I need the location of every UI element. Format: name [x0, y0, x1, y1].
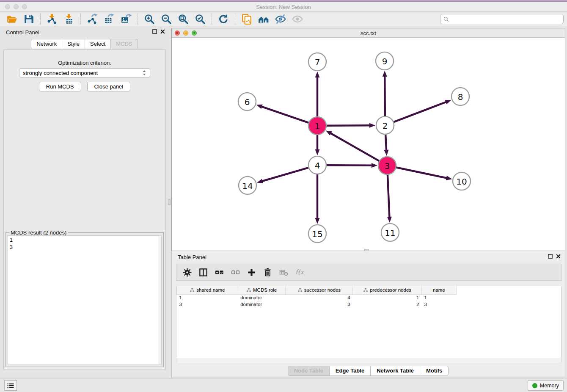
tab-motifs[interactable]: Motifs	[420, 366, 449, 376]
tab-network-table[interactable]: Network Table	[370, 366, 420, 376]
open-session-button[interactable]	[3, 13, 20, 25]
optimization-criterion-label: Optimization criterion:	[4, 60, 165, 66]
graph-node-4[interactable]: 4	[308, 156, 326, 174]
edge-4-3[interactable]	[327, 165, 372, 166]
edge-3-1[interactable]	[330, 133, 379, 161]
graph-node-14[interactable]: 14	[239, 177, 256, 194]
node-label-4: 4	[315, 160, 320, 171]
vertical-splitter-grip[interactable]	[168, 199, 171, 205]
graph-node-3[interactable]: 3	[378, 157, 396, 174]
table-cell[interactable]: 3	[422, 301, 457, 308]
select-all-button[interactable]	[212, 266, 226, 279]
tab-network[interactable]: Network	[31, 39, 62, 49]
edge-3-10[interactable]	[396, 168, 447, 178]
table-cell[interactable]: dominator	[238, 294, 285, 301]
table-row[interactable]: 3dominator323	[177, 301, 561, 308]
search-box[interactable]	[440, 14, 564, 24]
graph-node-7[interactable]: 7	[308, 53, 326, 71]
show-all-button[interactable]	[289, 13, 306, 25]
import-network-button[interactable]	[44, 13, 61, 25]
edge-arrow-3-10	[446, 176, 452, 180]
table-cell[interactable]: dominator	[238, 301, 285, 308]
hide-selected-button[interactable]	[272, 13, 289, 25]
delete-columns-button[interactable]	[260, 266, 275, 279]
graph-node-9[interactable]: 9	[376, 52, 394, 70]
zoom-out-button[interactable]	[158, 13, 175, 25]
table-cell[interactable]: 3	[177, 301, 238, 308]
tab-edge-table[interactable]: Edge Table	[329, 366, 371, 376]
create-column-button[interactable]	[244, 266, 259, 279]
close-table-panel-icon[interactable]	[556, 254, 561, 259]
graph-node-11[interactable]: 11	[381, 224, 399, 241]
column-header-name[interactable]: name	[422, 286, 457, 294]
edge-1-6[interactable]	[261, 106, 308, 122]
graph-node-15[interactable]: 15	[308, 225, 326, 243]
zoom-fit-button[interactable]	[175, 13, 192, 25]
search-input[interactable]	[449, 16, 561, 22]
deselect-all-button[interactable]	[228, 266, 242, 279]
close-panel-button[interactable]: Close panel	[87, 82, 131, 91]
export-table-button[interactable]	[101, 13, 118, 25]
column-header-MCDS-role[interactable]: MCDS role	[238, 286, 285, 294]
first-neighbors-button[interactable]	[255, 13, 272, 25]
close-panel-icon[interactable]	[160, 29, 165, 34]
run-mcds-button[interactable]: Run MCDS	[39, 82, 81, 91]
network-canvas[interactable]: 7968124314101511	[172, 38, 565, 251]
node-label-1: 1	[315, 121, 320, 131]
table-options-button[interactable]	[180, 266, 194, 279]
table-cell[interactable]: 3	[285, 301, 353, 308]
refresh-button[interactable]	[215, 13, 232, 25]
float-table-panel-icon[interactable]	[548, 254, 553, 259]
tab-style[interactable]: Style	[62, 39, 85, 49]
memory-button[interactable]: Memory	[528, 380, 564, 391]
control-panel-title: Control Panel	[6, 29, 39, 36]
result-scrollbar[interactable]	[158, 236, 161, 364]
table-cell[interactable]: 2	[353, 301, 422, 308]
save-session-button[interactable]	[20, 13, 37, 25]
column-header-predecessor-nodes[interactable]: predecessor nodes	[353, 286, 422, 294]
copy-network-button[interactable]	[238, 13, 255, 25]
edge-2-9[interactable]	[385, 76, 385, 116]
graph-node-1[interactable]: 1	[308, 117, 326, 135]
export-image-button[interactable]	[118, 13, 135, 25]
copy-network-icon	[241, 14, 252, 25]
graph-node-10[interactable]: 10	[453, 172, 471, 190]
table-row[interactable]: 1dominator411	[177, 294, 561, 301]
import-network-icon	[47, 14, 58, 25]
export-network-button[interactable]	[84, 13, 101, 25]
edge-1-2[interactable]	[327, 125, 370, 126]
zoom-fit-icon	[178, 14, 189, 25]
zoom-in-button[interactable]	[141, 13, 158, 25]
table-cell[interactable]: 4	[285, 294, 353, 301]
edge-2-8[interactable]	[394, 102, 447, 122]
table-cell[interactable]: 1	[177, 294, 238, 301]
import-table-button[interactable]	[61, 13, 77, 25]
column-label: shared name	[196, 287, 225, 293]
graph-node-6[interactable]: 6	[238, 93, 256, 110]
task-history-button[interactable]	[4, 380, 17, 391]
tab-mcds[interactable]: MCDS	[110, 39, 138, 49]
show-columns-button[interactable]	[196, 266, 210, 279]
edge-3-11[interactable]	[388, 175, 389, 218]
toolbar-separator	[40, 14, 41, 25]
edge-arrow-1-7	[315, 72, 320, 77]
mcds-result-text[interactable]: 13	[8, 235, 162, 365]
tab-select[interactable]: Select	[85, 39, 111, 49]
tab-node-table[interactable]: Node Table	[288, 366, 330, 376]
table-horizontal-scrollbar[interactable]	[176, 358, 561, 363]
edge-arrow-4-15	[315, 218, 320, 224]
zoom-selected-button[interactable]	[192, 13, 209, 25]
column-header-filler	[456, 286, 561, 294]
column-header-shared-name[interactable]: shared name	[177, 286, 238, 294]
column-label: predecessor nodes	[370, 287, 411, 293]
float-panel-icon[interactable]	[152, 29, 157, 34]
graph-node-2[interactable]: 2	[376, 116, 394, 134]
graph-node-8[interactable]: 8	[451, 88, 469, 105]
column-header-successor-nodes[interactable]: successor nodes	[285, 286, 353, 294]
edge-4-14[interactable]	[262, 168, 308, 181]
table-cell[interactable]: 1	[422, 294, 457, 301]
table-tabs: Node TableEdge TableNetwork TableMotifs	[172, 366, 565, 376]
table-cell[interactable]: 1	[353, 294, 422, 301]
edge-2-3[interactable]	[385, 135, 386, 151]
optimization-criterion-select[interactable]: strongly connected component	[19, 68, 150, 77]
